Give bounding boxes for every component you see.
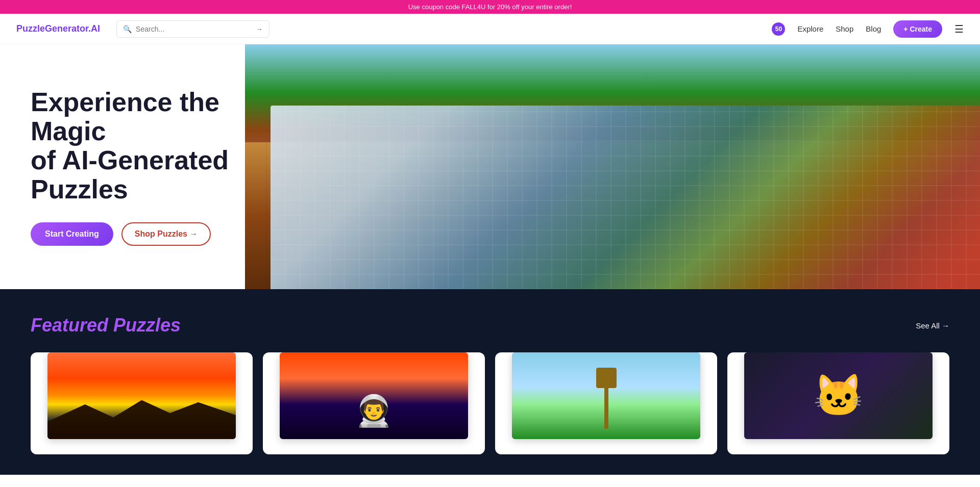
- puzzle-card-inner: [47, 352, 236, 439]
- hero-background-image: [245, 44, 980, 289]
- puzzle-card-image-windmill: [512, 352, 701, 439]
- featured-header: Featured Puzzles See All →: [31, 315, 949, 336]
- nav-blog[interactable]: Blog: [866, 24, 881, 33]
- hero-section: Experience the Magic of AI-Generated Puz…: [0, 44, 980, 289]
- create-button[interactable]: + Create: [893, 20, 942, 38]
- search-input[interactable]: [136, 25, 252, 33]
- nav-explore[interactable]: Explore: [797, 24, 823, 33]
- search-bar[interactable]: 🔍 →: [116, 20, 270, 38]
- search-icon: 🔍: [123, 25, 132, 33]
- puzzle-card-inner: [512, 352, 701, 439]
- featured-title: Featured Puzzles: [31, 315, 181, 336]
- site-logo[interactable]: PuzzleGenerator.AI: [16, 23, 100, 34]
- promo-text: Use coupon code FALL4U for 20% off your …: [408, 3, 572, 11]
- hero-title: Experience the Magic of AI-Generated Puz…: [31, 88, 286, 204]
- puzzle-card[interactable]: [495, 352, 717, 454]
- puzzle-card-image-astronaut: [280, 352, 469, 439]
- start-creating-button[interactable]: Start Creating: [31, 222, 113, 246]
- logo-text-plain: PuzzleGenerator.: [16, 23, 91, 34]
- header-nav: 50 Explore Shop Blog + Create ☰: [772, 20, 964, 38]
- see-all-link[interactable]: See All →: [916, 321, 949, 330]
- puzzle-grid: [31, 352, 949, 454]
- featured-title-plain: Featured: [31, 315, 113, 336]
- nav-shop[interactable]: Shop: [836, 24, 853, 33]
- featured-section: Featured Puzzles See All →: [0, 289, 980, 475]
- puzzle-image-overlay: [271, 106, 980, 289]
- puzzle-card[interactable]: [263, 352, 485, 454]
- nav-badge-count[interactable]: 50: [772, 22, 785, 36]
- site-header: PuzzleGenerator.AI 🔍 → 50 Explore Shop B…: [0, 14, 980, 44]
- shop-puzzles-button[interactable]: Shop Puzzles →: [121, 222, 211, 246]
- search-submit-icon[interactable]: →: [256, 25, 263, 33]
- puzzle-card-inner: [280, 352, 469, 439]
- hero-title-line1: Experience the Magic: [31, 87, 219, 146]
- hero-buttons: Start Creating Shop Puzzles →: [31, 222, 286, 246]
- puzzle-card-image-cat: [744, 352, 933, 439]
- puzzle-card-inner: [744, 352, 933, 439]
- hero-content: Experience the Magic of AI-Generated Puz…: [0, 88, 316, 246]
- logo-accent: AI: [91, 23, 100, 34]
- featured-title-accent: Puzzles: [113, 315, 181, 336]
- puzzle-card[interactable]: [727, 352, 949, 454]
- promo-banner: Use coupon code FALL4U for 20% off your …: [0, 0, 980, 14]
- puzzle-card[interactable]: [31, 352, 253, 454]
- hero-title-line2: of AI-Generated Puzzles: [31, 145, 229, 204]
- hamburger-menu[interactable]: ☰: [954, 23, 964, 35]
- puzzle-card-image-sunset: [47, 352, 236, 439]
